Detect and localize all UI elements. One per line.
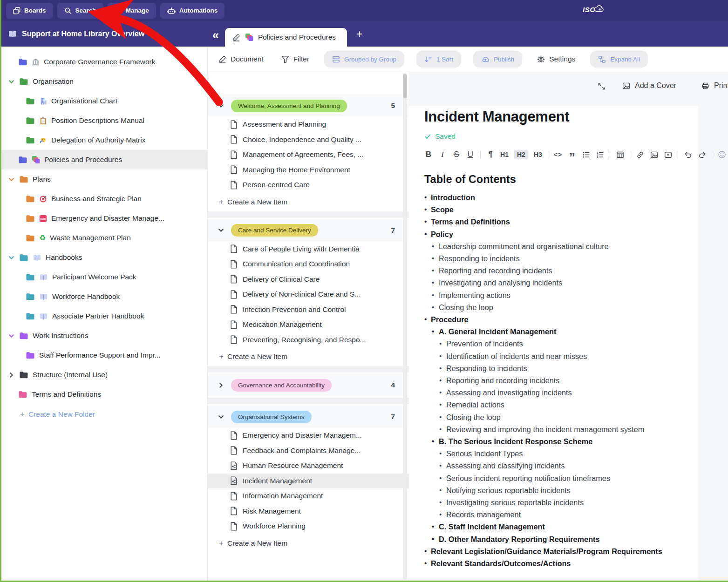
list-scrollbar[interactable]	[403, 73, 407, 580]
sidebar-item-business-and-strategic-plan[interactable]: Business and Strategic Plan	[1, 189, 207, 209]
toolbar-1-sort-button[interactable]: 1 Sort	[416, 51, 461, 68]
toc-item-assessing-and-classifying-incidents[interactable]: Assessing and classifying incidents	[424, 460, 728, 472]
format-underline-button[interactable]: U	[466, 150, 475, 159]
format-undo-button[interactable]	[684, 151, 692, 159]
sidebar-item-participant-welcome-pack[interactable]: Participant Welcome Pack	[1, 267, 207, 287]
toc-item-closing-the-loop[interactable]: Closing the loop	[424, 301, 728, 313]
toc-item-responding-to-incidents[interactable]: Responding to incidents	[424, 252, 728, 264]
sidebar-item-plans[interactable]: Plans	[1, 169, 207, 189]
format-table-button[interactable]	[616, 151, 624, 159]
sidebar-item-handbooks[interactable]: Handbooks	[1, 248, 207, 267]
list-item-human-resource-management[interactable]: Human Resource Management	[208, 458, 409, 474]
list-item-person-centred-care[interactable]: Person-centred Care	[208, 177, 409, 193]
sidebar-item-policies-and-procedures[interactable]: Policies and Procedures	[1, 150, 207, 169]
chevron-down-icon[interactable]	[217, 227, 225, 233]
toc-item-identification-of-incidents-and-near-misses[interactable]: Identification of incidents and near mis…	[424, 350, 728, 362]
toc-item-procedure[interactable]: Procedure	[424, 313, 728, 325]
list-item-risk-management[interactable]: Risk Management	[208, 504, 409, 519]
library-header[interactable]: Support at Home Library Overview	[1, 21, 208, 47]
format-code-button[interactable]: <>	[554, 151, 562, 158]
create-new-item-button[interactable]: +Create a New Item	[208, 194, 409, 210]
sidebar-item-emergency-and-disaster-manage[interactable]: SOSEmergency and Disaster Manage...	[1, 209, 207, 228]
list-item-workforce-planning[interactable]: Workforce Planning	[208, 519, 409, 534]
format-quote-button[interactable]: ”	[568, 152, 576, 157]
sidebar-item-corporate-governance-framework[interactable]: Corporate Governance Framework	[1, 52, 207, 72]
list-item-emergency-and-disaster-managem[interactable]: Emergency and Disaster Managem...	[208, 428, 409, 443]
format-paragraph-button[interactable]: ¶	[486, 150, 495, 159]
toolbar-settings-button[interactable]: Settings	[534, 51, 578, 68]
group-header-governance-and-accountability[interactable]: Governance and Accountability4	[208, 374, 409, 396]
create-new-item-button[interactable]: +Create a New Item	[208, 349, 409, 365]
toc-item-prevention-of-incidents[interactable]: Prevention of incidents	[424, 338, 728, 350]
toc-item-reporting-and-recording-incidents[interactable]: Reporting and recording incidents	[424, 374, 728, 386]
group-header-organisational-systems[interactable]: Organisational Systems7	[208, 406, 409, 428]
sidebar-item-structure-internal-use[interactable]: Structure (Internal Use)	[1, 365, 207, 385]
format-italic-button[interactable]: I	[438, 150, 447, 159]
toc-item-implementing-actions[interactable]: Implementing actions	[424, 289, 728, 301]
toc-item-serious-incident-reporting-notification-timeframes[interactable]: Serious incident reporting notification …	[424, 472, 728, 484]
toc-item-reporting-and-recording-incidents[interactable]: Reporting and recording incidents	[424, 264, 728, 277]
toc-item-relevant-legislation-guidance-materials-program-requirements[interactable]: Relevant Legislation/Guidance Materials/…	[424, 545, 728, 557]
format-h3-button[interactable]: H3	[534, 151, 542, 158]
toc-item-serious-incident-types[interactable]: Serious Incident Types	[424, 447, 728, 460]
list-item-managing-the-home-environment[interactable]: Managing the Home Environment	[208, 162, 409, 178]
list-scrollbar-thumb[interactable]	[403, 74, 407, 98]
group-header-welcome-assessment-and-planning[interactable]: Welcome, Assessment and Planning5	[208, 95, 409, 117]
chevron-down-icon[interactable]	[8, 79, 15, 85]
toc-item-remedial-actions[interactable]: Remedial actions	[424, 399, 728, 411]
create-new-folder-button[interactable]: + Create a New Folder	[20, 410, 207, 419]
topnav-automations-button[interactable]: Automations	[160, 3, 225, 19]
chevron-right-icon[interactable]	[217, 382, 225, 388]
chevron-down-icon[interactable]	[217, 103, 225, 109]
list-item-care-of-people-living-with-dementia[interactable]: Care of People Living with Dementia	[208, 242, 409, 257]
list-item-delivery-of-non-clinical-care-and-s[interactable]: Delivery of Non-clinical Care and S...	[208, 287, 409, 302]
toc-item-a-general-incident-management[interactable]: A. General Incident Management	[424, 325, 728, 338]
list-item-delivery-of-clinical-care[interactable]: Delivery of Clinical Care	[208, 272, 409, 287]
toc-item-scope[interactable]: Scope	[424, 203, 728, 216]
sidebar-item-workforce-handbook[interactable]: Workforce Handbook	[1, 287, 207, 306]
toc-item-closing-the-loop[interactable]: Closing the loop	[424, 411, 728, 423]
list-item-medication-management[interactable]: Medication Management	[208, 317, 409, 332]
expand-document-icon[interactable]	[598, 82, 606, 90]
toc-item-investigating-serious-reportable-incidents[interactable]: Investigating serious reportable inciden…	[424, 496, 728, 508]
group-header-care-and-service-delivery[interactable]: Care and Service Delivery7	[208, 219, 409, 242]
format-video-button[interactable]	[664, 151, 672, 159]
sidebar-item-position-descriptions-manual[interactable]: Position Descriptions Manual	[1, 111, 207, 130]
toolbar-document-button[interactable]: Document	[216, 51, 266, 68]
toolbar-publish-button[interactable]: Publish	[473, 51, 522, 68]
chevron-down-icon[interactable]	[8, 255, 15, 261]
chevron-right-icon[interactable]	[8, 372, 15, 378]
format-image-button[interactable]	[650, 151, 658, 159]
toc-item-notifying-serious-reportable-incidents[interactable]: Notifying serious reportable incidents	[424, 484, 728, 496]
toc-item-responding-to-incidents[interactable]: Responding to incidents	[424, 362, 728, 374]
list-item-choice-independence-and-quality[interactable]: Choice, Independence and Quality ...	[208, 132, 409, 148]
sidebar-item-terms-and-definitions[interactable]: Terms and Definitions	[1, 385, 207, 404]
print-button[interactable]: Print	[701, 81, 728, 90]
chevron-down-icon[interactable]	[217, 414, 225, 420]
format-h2-button[interactable]: H2	[514, 150, 528, 159]
toc-item-assessing-and-investigating-incidents[interactable]: Assessing and investigating incidents	[424, 386, 728, 399]
sidebar-item-work-instructions[interactable]: Work Instructions	[1, 326, 207, 345]
add-a-cover-button[interactable]: Add a Cover	[622, 81, 676, 90]
sidebar-item-waste-management-plan[interactable]: ♻Waste Management Plan	[1, 228, 207, 248]
toc-item-introduction[interactable]: Introduction	[424, 191, 728, 203]
list-item-communication-and-coordination[interactable]: Communication and Coordination	[208, 257, 409, 272]
list-item-feedback-and-complaints-manage[interactable]: Feedback and Complaints Manage...	[208, 443, 409, 459]
create-new-item-button[interactable]: +Create a New Item	[208, 535, 409, 551]
list-item-management-of-agreements-fees[interactable]: Management of Agreements, Fees, ...	[208, 147, 409, 162]
toc-item-reviewing-and-improving-the-incident-management-system[interactable]: Reviewing and improving the incident man…	[424, 423, 728, 435]
sidebar-item-associate-partner-handbook[interactable]: Associate Partner Handbook	[1, 306, 207, 326]
toc-item-leadership-commitment-and-organisational-culture[interactable]: Leadership commitment and organisational…	[424, 240, 728, 252]
sidebar-item-organisational-chart[interactable]: Organisational Chart	[1, 91, 207, 111]
topnav-manage-button[interactable]: Manage	[108, 3, 156, 19]
list-item-assessment-and-planning[interactable]: Assessment and Planning	[208, 117, 409, 132]
chevron-down-icon[interactable]	[8, 176, 15, 183]
toc-item-b-the-serious-incident-response-scheme[interactable]: B. The Serious Incident Response Scheme	[424, 435, 728, 447]
topnav-boards-button[interactable]: Boards	[6, 3, 53, 19]
format-emoji-button[interactable]	[718, 150, 726, 159]
format-link-button[interactable]	[636, 151, 644, 159]
chevron-down-icon[interactable]	[8, 333, 15, 339]
format-strikethrough-button[interactable]: S	[452, 150, 461, 159]
list-item-incident-management[interactable]: Incident Management	[208, 474, 409, 489]
new-tab-button[interactable]: +	[356, 29, 362, 40]
